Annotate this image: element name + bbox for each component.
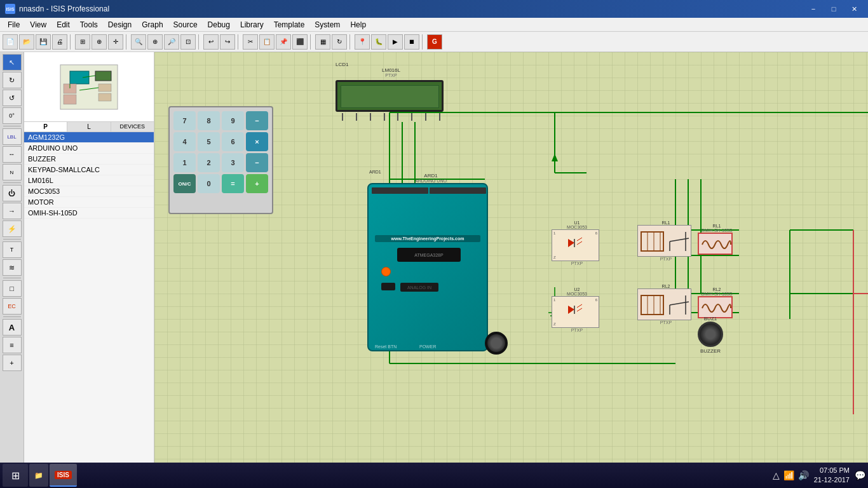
menu-item-design[interactable]: Design bbox=[103, 19, 137, 30]
open-button[interactable]: 📂 bbox=[19, 34, 34, 50]
key-8[interactable]: 8 bbox=[198, 111, 220, 130]
key-6[interactable]: 6 bbox=[222, 132, 244, 151]
minimize-button[interactable]: − bbox=[804, 3, 822, 15]
toolbar-separator-3 bbox=[198, 34, 201, 50]
zoom-area-button[interactable]: ⊕ bbox=[147, 34, 163, 50]
copy-button[interactable]: 📋 bbox=[259, 34, 275, 50]
notification-icon[interactable]: △ bbox=[773, 470, 780, 480]
notifications-button[interactable]: 💬 bbox=[855, 470, 865, 480]
maximize-button[interactable]: □ bbox=[825, 3, 843, 15]
probe-tool[interactable]: ⚡ bbox=[3, 220, 22, 237]
print-button[interactable]: 🖨 bbox=[52, 34, 67, 50]
zoom-in-button[interactable]: 🔍 bbox=[131, 34, 146, 50]
ec-tool[interactable]: EC bbox=[3, 298, 22, 315]
menu-item-library[interactable]: Library bbox=[235, 19, 269, 30]
grid-button[interactable]: ⊞ bbox=[75, 34, 90, 50]
wire-tool[interactable]: ╌ bbox=[3, 146, 22, 163]
key-multiply[interactable]: × bbox=[246, 132, 268, 151]
run-button[interactable]: ▶ bbox=[388, 34, 403, 50]
toolbar: 📄 📂 💾 🖨 ⊞ ⊕ ✛ 🔍 ⊕ 🔎 ⊡ ↩ ↪ ✂ 📋 📌 ⬛ ▦ ↻ 📍 … bbox=[0, 32, 868, 52]
key-9[interactable]: 9 bbox=[222, 111, 244, 130]
redo-button[interactable]: ↪ bbox=[220, 34, 235, 50]
canvas-area[interactable]: LCD1 LM016L PTXP bbox=[154, 52, 868, 471]
zoom-out-button[interactable]: 🔎 bbox=[164, 34, 179, 50]
marker-tool[interactable]: + bbox=[3, 355, 22, 371]
key-3[interactable]: 3 bbox=[222, 153, 244, 172]
new-button[interactable]: 📄 bbox=[3, 34, 18, 50]
subcircuit-tool[interactable]: □ bbox=[3, 280, 22, 297]
probe-button[interactable]: 📍 bbox=[355, 34, 370, 50]
relay2-component: RL2 PTXP bbox=[637, 284, 695, 325]
key-minus[interactable]: − bbox=[246, 111, 268, 130]
component-tool[interactable]: LBL bbox=[3, 128, 22, 145]
stop-button[interactable]: ⏹ bbox=[404, 34, 419, 50]
menu-item-edit[interactable]: Edit bbox=[51, 19, 75, 30]
key-1[interactable]: 1 bbox=[173, 153, 196, 172]
svg-marker-44 bbox=[568, 239, 574, 247]
device-item-moc3053[interactable]: MOC3053 bbox=[24, 186, 154, 197]
key-2[interactable]: 2 bbox=[198, 153, 220, 172]
tape-tool[interactable]: T bbox=[3, 241, 22, 258]
rotate-button[interactable]: ↻ bbox=[332, 34, 347, 50]
device-item-motor[interactable]: MOTOR bbox=[24, 197, 154, 208]
mirror-tool[interactable]: 0° bbox=[3, 107, 22, 124]
undo-button[interactable]: ↩ bbox=[203, 34, 219, 50]
rotate-cw-tool[interactable]: ↻ bbox=[3, 72, 22, 88]
key-plus[interactable]: + bbox=[246, 174, 268, 193]
device-item-buzzer[interactable]: BUZZER bbox=[24, 154, 154, 165]
key-5[interactable]: 5 bbox=[198, 132, 220, 151]
menu-item-system[interactable]: System bbox=[309, 19, 345, 30]
device-item-lm016l[interactable]: LM016L bbox=[24, 175, 154, 186]
start-button[interactable]: ⊞ bbox=[3, 464, 28, 487]
network-icon[interactable]: 📶 bbox=[783, 470, 794, 480]
device-item-arduino-uno[interactable]: ARDUINO UNO bbox=[24, 143, 154, 154]
block-button[interactable]: ⬛ bbox=[292, 34, 308, 50]
power-tool[interactable]: ⏻ bbox=[3, 185, 22, 201]
menu-item-tools[interactable]: Tools bbox=[75, 19, 103, 30]
rotate-ccw-tool[interactable]: ↺ bbox=[3, 90, 22, 106]
key-equals[interactable]: = bbox=[222, 174, 244, 193]
tool-separator-1 bbox=[3, 126, 21, 126]
save-button[interactable]: 💾 bbox=[36, 34, 51, 50]
zoom-fit-button[interactable]: ⊡ bbox=[180, 34, 196, 50]
left-panel: ↖ ↻ ↺ 0° LBL ╌ N ⏻ → ⚡ T ≋ □ EC A ≡ + bbox=[0, 52, 24, 471]
volume-icon[interactable]: 🔊 bbox=[798, 470, 809, 480]
key-0[interactable]: 0 bbox=[198, 174, 220, 193]
arduino-component: ARD1 ARDUINO UNO www.TheEngineeringProje… bbox=[367, 173, 494, 357]
taskbar-file-explorer[interactable]: 📁 bbox=[29, 464, 48, 487]
key-onc[interactable]: ON/C bbox=[173, 174, 196, 193]
device-item-omih-sh-105d[interactable]: OMIH-SH-105D bbox=[24, 208, 154, 219]
tab-devices[interactable]: DEVICES bbox=[111, 122, 154, 132]
tab-l[interactable]: L bbox=[67, 122, 111, 132]
generator-tool[interactable]: ≋ bbox=[3, 259, 22, 276]
symbol-tool[interactable]: ≡ bbox=[3, 337, 22, 353]
menu-item-file[interactable]: File bbox=[3, 19, 25, 30]
mark-button[interactable]: ▦ bbox=[315, 34, 330, 50]
menu-item-graph[interactable]: Graph bbox=[137, 19, 168, 30]
menubar: FileViewEditToolsDesignGraphSourceDebugL… bbox=[0, 18, 868, 32]
menu-item-view[interactable]: View bbox=[25, 19, 51, 30]
menu-item-help[interactable]: Help bbox=[345, 19, 371, 30]
key-minus2[interactable]: − bbox=[246, 153, 268, 172]
key-4[interactable]: 4 bbox=[173, 132, 196, 151]
cut-button[interactable]: ✂ bbox=[243, 34, 258, 50]
moc2-ptxp: PTXP bbox=[552, 328, 602, 332]
snap-button[interactable]: ✛ bbox=[108, 34, 123, 50]
text-tool[interactable]: A bbox=[3, 319, 22, 336]
debug-button[interactable]: 🐛 bbox=[371, 34, 386, 50]
menu-item-source[interactable]: Source bbox=[168, 19, 203, 30]
device-item-agm1232g[interactable]: AGM1232G bbox=[24, 132, 154, 143]
terminal-tool[interactable]: → bbox=[3, 203, 22, 219]
select-tool[interactable]: ↖ bbox=[3, 54, 22, 71]
device-item-keypad-smallcalc[interactable]: KEYPAD-SMALLCALC bbox=[24, 165, 154, 175]
bus-tool[interactable]: N bbox=[3, 164, 22, 180]
taskbar-isis[interactable]: ISIS bbox=[50, 464, 77, 487]
menu-item-template[interactable]: Template bbox=[269, 19, 310, 30]
menu-item-debug[interactable]: Debug bbox=[203, 19, 235, 30]
origin-button[interactable]: ⊕ bbox=[92, 34, 107, 50]
close-button[interactable]: ✕ bbox=[845, 3, 863, 15]
key-7[interactable]: 7 bbox=[173, 111, 196, 130]
tab-p[interactable]: P bbox=[24, 122, 67, 132]
graph-button[interactable]: G bbox=[427, 34, 442, 50]
paste-button[interactable]: 📌 bbox=[276, 34, 291, 50]
